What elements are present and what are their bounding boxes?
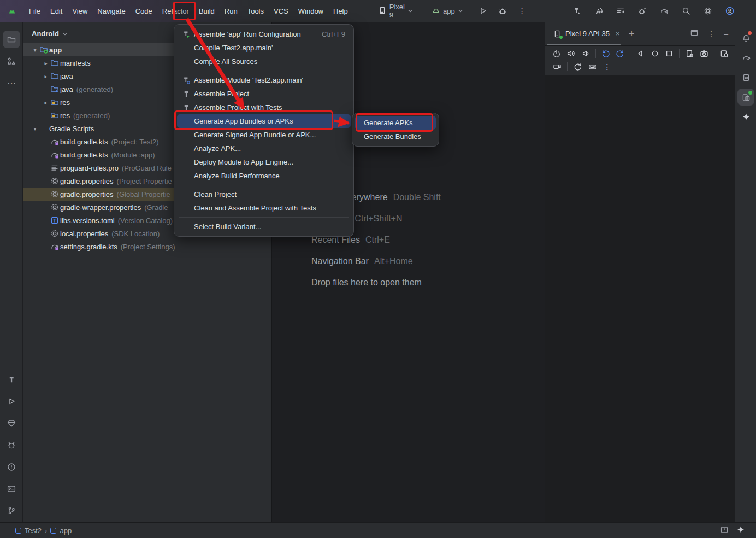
gemini-icon[interactable]: [736, 525, 745, 536]
menu-run[interactable]: Run: [220, 5, 243, 17]
debug-icon[interactable]: [495, 4, 510, 18]
overview-icon[interactable]: [662, 48, 676, 60]
event-log-icon[interactable]: [720, 525, 729, 536]
folder-icon: [50, 72, 60, 80]
project-icon[interactable]: [3, 31, 20, 48]
record-icon[interactable]: [550, 61, 564, 73]
menu-item-deploy-module-to-app-engine-[interactable]: Deploy Module to App Engine...: [177, 155, 351, 169]
run-config-selector[interactable]: app: [432, 6, 463, 16]
menu-help[interactable]: Help: [328, 5, 353, 17]
search-icon[interactable]: [679, 4, 693, 18]
menu-item-assemble-app-run-configuration[interactable]: Assemble 'app' Run ConfigurationCtrl+F9: [177, 27, 351, 41]
hint-label: Navigation Bar: [311, 256, 369, 266]
running-devices-icon[interactable]: [737, 89, 754, 106]
menu-item-label: Assemble Project: [194, 90, 249, 98]
problems-icon[interactable]: [3, 458, 20, 476]
more-icon[interactable]: ⋯: [3, 74, 20, 92]
history-list-icon[interactable]: [613, 4, 628, 18]
shortcut-hint: Navigation BarAlt+Home: [311, 256, 441, 278]
tree-item-label: Gradle Scripts: [49, 125, 94, 133]
menu-view[interactable]: View: [67, 5, 92, 17]
chevron-right-icon[interactable]: ▸: [42, 73, 50, 79]
problems-icon: [7, 463, 16, 471]
run-icon[interactable]: [3, 393, 20, 410]
ai-rename-icon[interactable]: [592, 4, 606, 18]
device-settings-icon[interactable]: [682, 48, 696, 60]
device-tab-label: Pixel 9 API 35: [565, 30, 610, 38]
menu-item-assemble-project[interactable]: Assemble Project: [177, 87, 351, 101]
back-icon[interactable]: [633, 48, 647, 60]
screen-search-icon[interactable]: [717, 48, 731, 60]
volume-down-icon[interactable]: [578, 48, 593, 60]
project-view-label: Android: [32, 30, 59, 38]
restore-icon[interactable]: [570, 61, 585, 73]
project-icon: [7, 35, 16, 44]
keyboard-icon[interactable]: [585, 61, 600, 73]
avatar-icon[interactable]: [723, 4, 737, 18]
toolbar-icons: [566, 4, 741, 18]
tree-item-settings-gradle-kts[interactable]: settings.gradle.kts(Project Settings): [23, 240, 271, 253]
hammer-play-icon[interactable]: [570, 4, 584, 18]
notifications-icon[interactable]: [737, 30, 754, 46]
hammer-module-icon: [182, 76, 194, 85]
settings-icon[interactable]: [701, 4, 715, 18]
run-icon[interactable]: [476, 4, 490, 18]
module-icon: [50, 528, 56, 534]
rotate-left-icon[interactable]: [599, 48, 613, 60]
chevron-right-icon[interactable]: ▸: [42, 100, 50, 106]
minimize-button[interactable]: –: [754, 5, 756, 16]
gem-icon[interactable]: [3, 414, 20, 432]
menu-item-compile-all-sources[interactable]: Compile All Sources: [177, 55, 351, 68]
chevron-right-icon[interactable]: ▸: [42, 60, 50, 66]
chevron-down-icon[interactable]: ▾: [31, 126, 39, 132]
menu-item-compile-test2-app-main-[interactable]: Compile 'Test2.app.main': [177, 41, 351, 55]
panel-layout-icon[interactable]: [690, 28, 699, 39]
menu-window[interactable]: Window: [293, 5, 328, 17]
menu-edit[interactable]: Edit: [45, 5, 67, 17]
annotation-box-build: [173, 2, 196, 20]
menu-item-select-build-variant-[interactable]: Select Build Variant...: [177, 220, 351, 233]
new-tab-button[interactable]: +: [629, 28, 635, 39]
gemini-icon[interactable]: [737, 108, 754, 125]
hide-panel-button[interactable]: –: [724, 30, 728, 38]
device-manager-icon[interactable]: [737, 69, 754, 86]
device-tab[interactable]: Pixel 9 API 35 ×: [545, 22, 624, 45]
panel-options-icon[interactable]: ⋮: [707, 30, 715, 38]
menu-navigate[interactable]: Navigate: [92, 5, 130, 17]
volume-up-icon[interactable]: [564, 48, 578, 60]
status-bar: Test2 › app: [0, 522, 756, 538]
menu-item-analyze-build-performance[interactable]: Analyze Build Performance: [177, 169, 351, 183]
menu-file[interactable]: File: [24, 5, 45, 17]
logcat-icon[interactable]: [3, 436, 20, 454]
terminal-icon[interactable]: [3, 480, 20, 498]
close-tab-icon[interactable]: ×: [616, 30, 620, 38]
menu-separator: [179, 71, 349, 71]
gradle-icon[interactable]: [737, 49, 754, 66]
more-icon[interactable]: ⋮: [600, 61, 615, 73]
breadcrumb[interactable]: Test2 › app: [15, 527, 72, 535]
gear-icon: [50, 203, 60, 212]
camera-icon[interactable]: [696, 48, 711, 60]
running-indicator: [748, 91, 752, 95]
menu-item-clean-and-assemble-project-with-tests[interactable]: Clean and Assemble Project with Tests: [177, 201, 351, 215]
menu-item-analyze-apk-[interactable]: Analyze APK...: [177, 142, 351, 155]
rotate-right-icon[interactable]: [613, 48, 627, 60]
bug-ai-icon[interactable]: [635, 4, 649, 18]
git-icon[interactable]: [3, 502, 20, 519]
build-icon[interactable]: [3, 371, 20, 388]
structure-icon[interactable]: [3, 52, 20, 70]
menu-vcs[interactable]: VCS: [269, 5, 293, 17]
menu-item-assemble-module-test2-app-main-[interactable]: Assemble Module 'Test2.app.main': [177, 73, 351, 87]
home-icon[interactable]: [648, 48, 662, 60]
menu-code[interactable]: Code: [131, 5, 157, 17]
menu-build[interactable]: Build: [194, 5, 220, 17]
menu-item-clean-project[interactable]: Clean Project: [177, 188, 351, 201]
more-icon[interactable]: ⋮: [515, 4, 529, 18]
gradle-sync-icon[interactable]: [657, 4, 671, 18]
power-icon[interactable]: [550, 48, 564, 60]
chevron-down-icon: [62, 31, 68, 37]
chevron-down-icon[interactable]: ▾: [31, 47, 39, 53]
menu-item-shortcut: Ctrl+F9: [322, 30, 345, 38]
device-selector[interactable]: Pixel 9: [378, 3, 413, 19]
menu-tools[interactable]: Tools: [243, 5, 269, 17]
